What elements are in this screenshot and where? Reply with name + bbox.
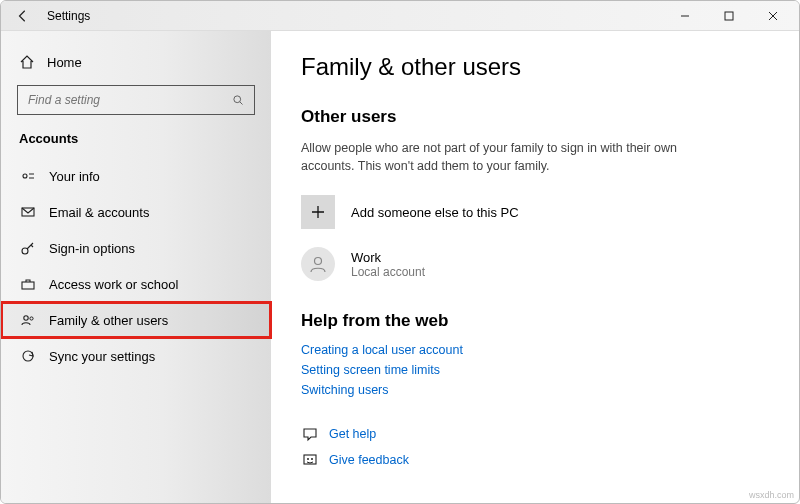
nav-label: Sign-in options [49, 241, 135, 256]
chat-help-icon [301, 425, 319, 443]
svg-point-14 [307, 458, 309, 460]
nav-label: Family & other users [49, 313, 168, 328]
plus-icon [301, 195, 335, 229]
key-icon [19, 239, 37, 257]
sidebar-item-sync-settings[interactable]: Sync your settings [1, 338, 271, 374]
settings-window: Settings Home [0, 0, 800, 504]
sidebar: Home Accounts Your info [1, 31, 271, 503]
home-button[interactable]: Home [1, 45, 271, 79]
back-button[interactable] [11, 4, 35, 28]
sidebar-item-your-info[interactable]: Your info [1, 158, 271, 194]
svg-line-3 [240, 102, 243, 105]
help-link-switching[interactable]: Switching users [301, 383, 779, 397]
give-feedback-link[interactable]: Give feedback [301, 451, 779, 469]
svg-rect-1 [725, 12, 733, 20]
help-link-screen-time[interactable]: Setting screen time limits [301, 363, 779, 377]
nav-label: Sync your settings [49, 349, 155, 364]
search-input[interactable] [26, 92, 232, 108]
window-title: Settings [47, 9, 90, 23]
user-name: Work [351, 250, 425, 265]
user-item-work[interactable]: Work Local account [301, 247, 779, 281]
search-icon [232, 94, 246, 106]
category-label: Accounts [1, 127, 271, 158]
user-subtitle: Local account [351, 265, 425, 279]
section-other-users-heading: Other users [301, 107, 779, 127]
home-label: Home [47, 55, 82, 70]
add-user-button[interactable]: Add someone else to this PC [301, 195, 779, 229]
page-heading: Family & other users [301, 53, 779, 81]
nav-label: Access work or school [49, 277, 178, 292]
svg-point-11 [30, 317, 33, 320]
close-button[interactable] [751, 2, 795, 30]
maximize-button[interactable] [707, 2, 751, 30]
help-heading: Help from the web [301, 311, 779, 331]
person-card-icon [19, 167, 37, 185]
briefcase-icon [19, 275, 37, 293]
svg-point-10 [24, 316, 28, 320]
sidebar-item-signin-options[interactable]: Sign-in options [1, 230, 271, 266]
help-links: Creating a local user account Setting sc… [301, 343, 779, 397]
give-feedback-label: Give feedback [329, 453, 409, 467]
svg-point-4 [23, 174, 27, 178]
add-user-label: Add someone else to this PC [351, 205, 519, 220]
svg-point-12 [315, 258, 322, 265]
help-link-create-local[interactable]: Creating a local user account [301, 343, 779, 357]
sidebar-item-family-users[interactable]: Family & other users [1, 302, 271, 338]
get-help-link[interactable]: Get help [301, 425, 779, 443]
avatar-icon [301, 247, 335, 281]
nav-label: Email & accounts [49, 205, 149, 220]
home-icon [19, 54, 35, 70]
svg-rect-9 [22, 282, 34, 289]
people-icon [19, 311, 37, 329]
get-help-label: Get help [329, 427, 376, 441]
content-pane: Family & other users Other users Allow p… [271, 31, 799, 503]
feedback-icon [301, 451, 319, 469]
svg-point-15 [311, 458, 313, 460]
svg-point-2 [234, 96, 241, 103]
sidebar-item-email-accounts[interactable]: Email & accounts [1, 194, 271, 230]
titlebar: Settings [1, 1, 799, 31]
search-box[interactable] [17, 85, 255, 115]
nav-label: Your info [49, 169, 100, 184]
nav-list: Your info Email & accounts Sign-in optio… [1, 158, 271, 374]
sidebar-item-work-school[interactable]: Access work or school [1, 266, 271, 302]
mail-icon [19, 203, 37, 221]
minimize-button[interactable] [663, 2, 707, 30]
section-other-users-desc: Allow people who are not part of your fa… [301, 139, 691, 175]
sync-icon [19, 347, 37, 365]
watermark: wsxdh.com [749, 490, 794, 500]
